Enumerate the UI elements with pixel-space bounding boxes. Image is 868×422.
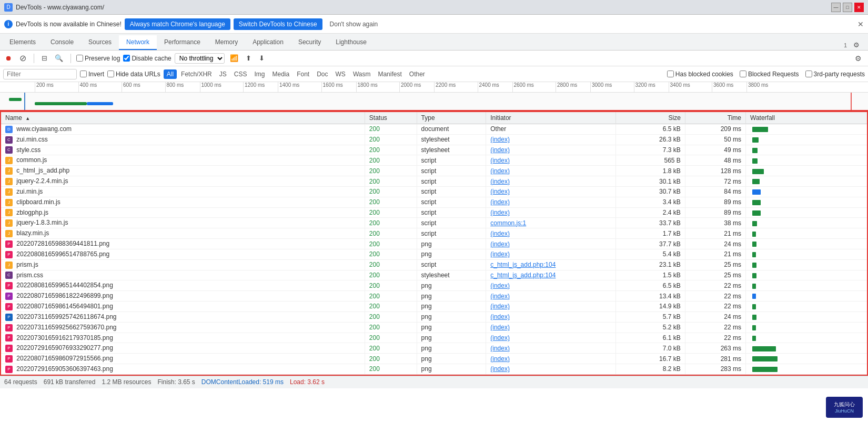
clear-button[interactable]: ⊘ <box>17 52 28 64</box>
hide-data-urls-checkbox[interactable] <box>107 71 114 77</box>
initiator-link[interactable]: (index) <box>490 240 510 248</box>
header-size[interactable]: Size <box>616 112 685 124</box>
tab-elements[interactable]: Elements <box>2 35 43 50</box>
table-row[interactable]: C zui.min.css 200 stylesheet (index) 26.… <box>1 134 867 145</box>
record-button[interactable]: ⏺ <box>3 53 14 63</box>
initiator-link[interactable]: (index) <box>490 178 510 185</box>
disable-cache-checkbox[interactable] <box>123 55 130 62</box>
preserve-log-checkbox[interactable] <box>76 55 83 62</box>
header-name[interactable]: Name ▲ <box>1 112 365 124</box>
initiator-link[interactable]: (index) <box>490 365 510 373</box>
network-table-container[interactable]: Name ▲ Status Type Initiator Size Time W… <box>0 111 868 376</box>
search-button[interactable]: 🔍 <box>53 53 65 63</box>
table-row[interactable]: C style.css 200 stylesheet (index) 7.3 k… <box>1 145 867 155</box>
initiator-link[interactable]: (index) <box>490 313 510 320</box>
initiator-link[interactable]: (index) <box>490 250 510 258</box>
filter-input[interactable] <box>3 69 77 79</box>
tab-application[interactable]: Application <box>245 35 291 50</box>
table-row[interactable]: P 20220807165986182249689​9.png 200 png … <box>1 291 867 302</box>
initiator-link[interactable]: common.js:1 <box>490 219 526 227</box>
header-type[interactable]: Type <box>417 112 486 124</box>
table-row[interactable]: P 20220807165986097291556​6.png 200 png … <box>1 354 867 364</box>
initiator-link[interactable]: (index) <box>490 324 510 331</box>
tab-sources[interactable]: Sources <box>81 35 119 50</box>
initiator-link[interactable]: (index) <box>490 209 510 216</box>
filter-doc[interactable]: Doc <box>314 69 331 79</box>
download-button[interactable]: ⬇ <box>257 53 267 63</box>
table-row[interactable]: J jquery-1.8.3.min.js 200 script common.… <box>1 218 867 228</box>
table-row[interactable]: C prism.css 200 stylesheet c_html_js_add… <box>1 270 867 280</box>
filter-js[interactable]: JS <box>216 69 230 79</box>
table-row[interactable]: J clipboard.min.js 200 script (index) 3.… <box>1 197 867 207</box>
initiator-link[interactable]: (index) <box>490 345 510 352</box>
table-row[interactable]: J zblogphp.js 200 script (index) 2.4 kB … <box>1 207 867 218</box>
header-initiator[interactable]: Initiator <box>486 112 616 124</box>
devtools-settings-button[interactable]: ⚙ <box>851 40 862 50</box>
initiator-link[interactable]: (index) <box>490 355 510 363</box>
network-settings-button[interactable]: ⚙ <box>852 53 865 64</box>
table-row[interactable]: P 20220808165996514440285​4.png 200 png … <box>1 280 867 291</box>
infobar-close-button[interactable]: ✕ <box>857 20 864 28</box>
tab-network[interactable]: Network <box>119 35 157 50</box>
filter-fetch-xhr[interactable]: Fetch/XHR <box>178 69 215 79</box>
table-row[interactable]: P 20220731165992574261186​74.png 200 png… <box>1 312 867 322</box>
table-row[interactable]: P 20220808165996514788765.png 200 png (i… <box>1 249 867 259</box>
wifi-icon[interactable]: 📶 <box>228 53 240 63</box>
table-row[interactable]: P 20220729165907693329027​7.png 200 png … <box>1 343 867 354</box>
initiator-link[interactable]: (index) <box>490 334 510 341</box>
initiator-link[interactable]: (index) <box>490 188 510 195</box>
blocked-cookies-checkbox[interactable] <box>667 71 674 77</box>
initiator-link[interactable]: (index) <box>490 167 510 175</box>
header-status[interactable]: Status <box>365 112 417 124</box>
filter-img[interactable]: Img <box>251 69 268 79</box>
initiator-link[interactable]: (index) <box>490 146 510 154</box>
table-row[interactable]: P 20220807165986145649480​1.png 200 png … <box>1 302 867 312</box>
filter-button[interactable]: ⊟ <box>39 53 49 63</box>
table-row[interactable]: P 20220730165916217937018​5.png 200 png … <box>1 333 867 343</box>
minimize-button[interactable]: — <box>831 3 841 12</box>
initiator-link[interactable]: (index) <box>490 198 510 206</box>
match-language-button[interactable]: Always match Chrome's language <box>125 18 230 30</box>
initiator-link[interactable]: c_html_js_add.php:104 <box>490 261 556 268</box>
invert-checkbox[interactable] <box>80 71 87 77</box>
header-waterfall[interactable]: Waterfall <box>746 112 867 124</box>
initiator-link[interactable]: (index) <box>490 303 510 310</box>
table-row[interactable]: P 20220728165988369441811.png 200 png (i… <box>1 239 867 249</box>
filter-css[interactable]: CSS <box>231 69 250 79</box>
initiator-link[interactable]: (index) <box>490 282 510 289</box>
filter-other[interactable]: Other <box>406 69 428 79</box>
upload-button[interactable]: ⬆ <box>244 53 254 63</box>
initiator-link[interactable]: (index) <box>490 230 510 237</box>
filter-font[interactable]: Font <box>294 69 312 79</box>
tab-performance[interactable]: Performance <box>157 35 208 50</box>
filter-wasm[interactable]: Wasm <box>350 69 374 79</box>
tab-lighthouse[interactable]: Lighthouse <box>328 35 374 50</box>
table-row[interactable]: J common.js 200 script (index) 565 B 48 … <box>1 155 867 166</box>
table-row[interactable]: J jquery-2.2.4.min.js 200 script (index)… <box>1 176 867 187</box>
table-row[interactable]: J zui.min.js 200 script (index) 30.7 kB … <box>1 186 867 197</box>
table-row[interactable]: J blazy.min.js 200 script (index) 1.7 kB… <box>1 228 867 239</box>
header-time[interactable]: Time <box>685 112 745 124</box>
initiator-link[interactable]: (index) <box>490 157 510 164</box>
throttle-select[interactable]: No throttling <box>175 53 225 64</box>
maximize-button[interactable]: □ <box>843 3 852 12</box>
initiator-link[interactable]: c_html_js_add.php:104 <box>490 272 556 279</box>
initiator-link[interactable]: (index) <box>490 136 510 143</box>
filter-manifest[interactable]: Manifest <box>375 69 405 79</box>
table-row[interactable]: P 20220731165992566275936​70.png 200 png… <box>1 322 867 333</box>
table-row[interactable]: J c_html_js_add.php 200 script (index) 1… <box>1 166 867 176</box>
table-row[interactable]: D www.ciyawang.com 200 document Other 6.… <box>1 124 867 135</box>
tab-security[interactable]: Security <box>291 35 328 50</box>
close-button[interactable]: ✕ <box>854 3 864 12</box>
third-party-checkbox[interactable] <box>805 71 812 77</box>
filter-media[interactable]: Media <box>269 69 292 79</box>
filter-ws[interactable]: WS <box>332 69 349 79</box>
dont-show-again-button[interactable]: Don't show again <box>326 18 382 30</box>
switch-devtools-button[interactable]: Switch DevTools to Chinese <box>234 18 322 30</box>
tab-memory[interactable]: Memory <box>208 35 245 50</box>
filter-all[interactable]: All <box>164 69 177 79</box>
table-row[interactable]: P 20220729165905360639746​3.png 200 png … <box>1 364 867 375</box>
table-row[interactable]: J prism.js 200 script c_html_js_add.php:… <box>1 259 867 270</box>
initiator-link[interactable]: (index) <box>490 293 510 300</box>
tab-console[interactable]: Console <box>43 35 81 50</box>
